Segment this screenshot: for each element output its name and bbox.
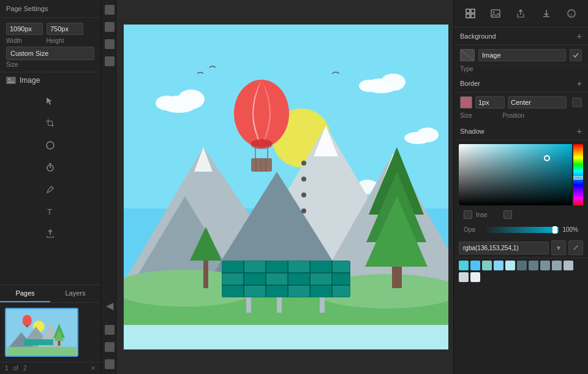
rgba-input[interactable] — [459, 242, 549, 254]
shadow-add-btn[interactable]: + — [577, 126, 582, 136]
size-select[interactable]: Custom Size A4 Letter — [6, 47, 94, 60]
crop-icon[interactable] — [43, 116, 57, 130]
swatch-bluegray[interactable] — [529, 261, 538, 270]
bg-checkbox[interactable] — [570, 49, 582, 61]
swatch-gray[interactable] — [540, 261, 550, 270]
swatch-darkgray[interactable] — [517, 261, 527, 270]
inset-checkbox-2[interactable] — [503, 210, 512, 219]
svg-point-101 — [573, 249, 575, 250]
svg-point-1 — [9, 78, 10, 80]
width-input[interactable] — [6, 23, 43, 35]
background-title: Background — [460, 32, 496, 40]
delete-page-icon[interactable]: ✕ — [91, 365, 96, 372]
svg-rect-3 — [46, 121, 52, 121]
background-add-btn[interactable]: + — [577, 31, 582, 41]
border-color-swatch[interactable] — [460, 96, 472, 109]
canvas-frame — [124, 25, 448, 349]
border-position-label: Position — [502, 112, 524, 119]
swatch-skyblue[interactable] — [494, 261, 503, 270]
svg-rect-94 — [471, 14, 475, 18]
image-row: Image — [0, 72, 100, 88]
canvas-area — [118, 0, 453, 374]
color-gradient-box[interactable] — [459, 144, 583, 205]
height-input[interactable] — [47, 23, 83, 35]
upload-icon[interactable] — [43, 227, 57, 240]
left-panel: Page Settings Width Height Custom Size A… — [0, 0, 101, 374]
svg-rect-78 — [333, 261, 350, 272]
canvas-dot-1 — [301, 161, 306, 166]
toolbar-mini-3[interactable] — [105, 39, 115, 49]
left-arrow-icon[interactable]: ◀ — [106, 300, 113, 311]
info-icon-btn[interactable]: i — [562, 5, 581, 22]
opacity-row: Opa 100% — [459, 225, 583, 234]
swatch-white[interactable] — [470, 272, 480, 282]
rgba-dropdown-btn[interactable]: ▼ — [551, 240, 566, 255]
swatch-pale[interactable] — [564, 261, 573, 270]
circle-icon[interactable] — [43, 139, 57, 152]
bg-color-swatch[interactable] — [460, 49, 475, 61]
timer-icon[interactable] — [43, 161, 57, 174]
toolbar-mini-2[interactable] — [105, 22, 115, 32]
toolbar-mini-6[interactable] — [105, 342, 115, 352]
border-checkbox[interactable] — [572, 97, 582, 107]
svg-rect-60 — [203, 258, 208, 288]
border-position-select[interactable]: Center Inside Outside — [508, 96, 567, 109]
border-row: Center Inside Outside — [454, 93, 588, 112]
swatch-lightgray[interactable] — [552, 261, 562, 270]
bg-type-select[interactable]: Image Color Gradient — [478, 49, 566, 61]
page-settings-header: Page Settings — [0, 0, 100, 18]
page-current: 1 — [5, 365, 9, 372]
rgba-input-row: ▼ — [454, 238, 588, 258]
svg-rect-90 — [333, 286, 350, 297]
toolbar-mini-4[interactable] — [105, 56, 115, 66]
download-icon-btn[interactable] — [537, 5, 556, 22]
color-swatches-row — [454, 258, 588, 284]
swatch-lighter[interactable] — [459, 272, 469, 282]
swatch-cyan[interactable] — [459, 261, 469, 270]
svg-rect-85 — [222, 286, 243, 297]
swatch-lightblue[interactable] — [470, 261, 480, 270]
eyedropper-btn[interactable] — [568, 240, 583, 255]
svg-rect-5 — [52, 121, 53, 127]
image-icon-btn[interactable] — [486, 5, 505, 22]
svg-point-96 — [493, 12, 495, 13]
inset-checkbox-1[interactable] — [464, 210, 472, 219]
tab-pages[interactable]: Pages — [0, 285, 50, 302]
swatch-teal[interactable] — [482, 261, 492, 270]
border-size-input[interactable] — [475, 96, 505, 109]
svg-rect-79 — [222, 273, 243, 284]
svg-point-25 — [178, 90, 205, 109]
svg-point-6 — [47, 142, 54, 149]
pen-icon[interactable] — [43, 183, 57, 196]
page-1-thumb[interactable] — [5, 308, 78, 357]
svg-rect-77 — [311, 261, 331, 272]
page-settings-title: Page Settings — [6, 5, 48, 12]
svg-rect-91 — [466, 9, 470, 13]
svg-rect-39 — [251, 158, 272, 172]
svg-rect-80 — [244, 273, 265, 284]
svg-rect-76 — [288, 261, 309, 272]
swatch-paleblue[interactable] — [505, 261, 515, 270]
border-add-btn[interactable]: + — [577, 78, 582, 88]
canvas-right-dots — [301, 161, 306, 213]
svg-rect-87 — [266, 286, 287, 297]
shadow-title: Shadow — [460, 128, 484, 135]
share-icon-btn[interactable] — [511, 5, 530, 22]
svg-point-16 — [23, 315, 32, 327]
select-icon[interactable] — [43, 94, 57, 108]
toolbar-mini-5[interactable] — [105, 325, 115, 335]
svg-rect-17 — [26, 326, 28, 327]
canvas-dot-3 — [301, 193, 306, 197]
grid-icon-btn[interactable] — [461, 5, 480, 22]
right-top-icons: i — [454, 0, 588, 28]
page-size-row — [0, 18, 100, 37]
opacity-slider[interactable] — [484, 227, 559, 233]
tab-layers[interactable]: Layers — [50, 285, 100, 302]
toolbar-mini-7[interactable] — [105, 359, 115, 369]
pages-layers-tabs: Pages Layers — [0, 284, 100, 374]
toolbar-mini-1[interactable] — [105, 5, 115, 15]
svg-rect-83 — [311, 273, 331, 284]
text-icon[interactable]: T — [43, 205, 57, 218]
hue-strip[interactable] — [573, 144, 583, 205]
svg-point-31 — [417, 128, 439, 142]
